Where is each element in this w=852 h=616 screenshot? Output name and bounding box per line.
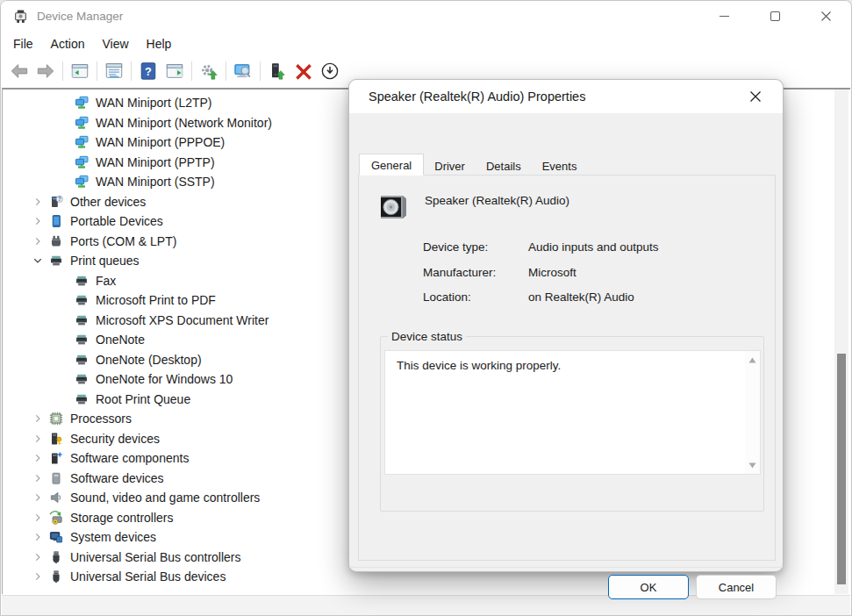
- speaker-properties-dialog: Speaker (Realtek(R) Audio) Properties Ge…: [348, 79, 784, 572]
- action-pane-icon: [165, 61, 184, 81]
- chevron-right-icon[interactable]: [32, 432, 49, 446]
- disable-device-button[interactable]: [317, 59, 343, 82]
- chevron-right-icon[interactable]: [32, 195, 49, 209]
- speaker-device-icon: [375, 188, 410, 223]
- chevron-down-icon[interactable]: [32, 254, 49, 268]
- close-button[interactable]: [800, 1, 851, 32]
- chevron-spacer: [57, 333, 75, 347]
- toolbar-separator: [226, 61, 226, 81]
- disable-device-icon: [320, 61, 340, 81]
- chevron-right-icon[interactable]: [32, 530, 49, 544]
- chevron-spacer: [57, 293, 75, 307]
- storage-icon: [49, 511, 64, 525]
- tab-details[interactable]: Details: [476, 156, 532, 175]
- action-pane-button[interactable]: [161, 59, 188, 82]
- tree-item-label: Security devices: [70, 432, 160, 446]
- chevron-right-icon[interactable]: [32, 412, 49, 426]
- tree-item-label: OneNote: [96, 333, 145, 347]
- sound-icon: [49, 491, 64, 505]
- tree-item-label: Microsoft Print to PDF: [96, 293, 216, 307]
- network-adapter-icon: [75, 175, 89, 189]
- minimize-button[interactable]: [698, 1, 749, 32]
- tree-item-label: Sound, video and game controllers: [70, 491, 260, 505]
- chevron-right-icon[interactable]: [32, 511, 49, 525]
- tree-item-label: WAN Miniport (Network Monitor): [96, 116, 272, 130]
- device-status-text: This device is working properly.: [397, 359, 737, 372]
- device-status-textarea[interactable]: This device is working properly.: [384, 350, 761, 475]
- help-button[interactable]: ?: [135, 59, 161, 82]
- menu-file[interactable]: File: [4, 34, 42, 54]
- show-console-tree-button[interactable]: [67, 59, 93, 82]
- chevron-right-icon[interactable]: [32, 451, 49, 465]
- chevron-spacer: [57, 392, 75, 406]
- chevron-spacer: [57, 313, 75, 327]
- printer-icon: [75, 353, 89, 367]
- forward-icon: [36, 61, 55, 81]
- maximize-button[interactable]: [749, 1, 800, 32]
- search-computer-icon: [233, 61, 253, 81]
- forward-button[interactable]: [32, 59, 59, 82]
- tab-driver[interactable]: Driver: [424, 156, 476, 175]
- tree-item-label: Print queues: [70, 254, 140, 268]
- device-status-groupbox: Device status This device is working pro…: [380, 330, 764, 512]
- search-computer-button[interactable]: [230, 59, 256, 82]
- toolbar-separator: [62, 61, 63, 81]
- chevron-spacer: [57, 274, 75, 288]
- title-bar: Device Manager: [1, 1, 851, 32]
- toolbar-separator: [191, 61, 192, 81]
- menu-help[interactable]: Help: [138, 34, 181, 54]
- chevron-right-icon[interactable]: [32, 214, 49, 228]
- tree-scrollbar[interactable]: [834, 90, 848, 594]
- chevron-right-icon[interactable]: [32, 491, 49, 505]
- software-component-icon: [49, 451, 64, 465]
- status-scrollbar[interactable]: [745, 351, 760, 474]
- device-name: Speaker (Realtek(R) Audio): [425, 194, 569, 207]
- tree-item-label: WAN Miniport (L2TP): [96, 96, 212, 110]
- tree-item-label: Universal Serial Bus devices: [70, 569, 226, 584]
- uninstall-device-button[interactable]: [290, 59, 317, 82]
- tree-scrollbar-thumb[interactable]: [837, 354, 846, 584]
- field-label: Manufacturer:: [423, 266, 528, 279]
- scroll-up-button[interactable]: [745, 353, 760, 367]
- tree-item-label: System devices: [70, 530, 156, 544]
- chevron-spacer: [57, 96, 75, 110]
- printer-icon: [75, 392, 89, 406]
- tree-item-label: Processors: [70, 412, 132, 426]
- menu-view[interactable]: View: [93, 34, 137, 54]
- chevron-right-icon[interactable]: [32, 550, 49, 564]
- dialog-close-button[interactable]: [742, 83, 769, 110]
- chevron-spacer: [57, 155, 75, 169]
- field-value: on Realtek(R) Audio: [528, 290, 634, 304]
- tree-item-label: Software components: [70, 451, 189, 465]
- update-driver-icon: [268, 61, 287, 81]
- window-title: Device Manager: [37, 10, 123, 23]
- tab-events[interactable]: Events: [532, 156, 588, 175]
- scan-hardware-button[interactable]: [196, 59, 222, 82]
- tree-item-label: WAN Miniport (PPPOE): [96, 135, 225, 149]
- scroll-up-icon: [748, 357, 756, 363]
- ok-button[interactable]: OK: [608, 575, 689, 599]
- tree-item-label: WAN Miniport (SSTP): [96, 175, 215, 189]
- button-row-separator: [349, 567, 783, 568]
- tree-item-label: Software devices: [70, 471, 164, 485]
- tree-item-label: WAN Miniport (PPTP): [96, 155, 215, 169]
- chevron-right-icon[interactable]: [32, 471, 49, 485]
- portable-device-icon: [49, 214, 64, 228]
- properties-button[interactable]: [101, 59, 127, 82]
- software-device-icon: [49, 471, 64, 485]
- toolbar-separator: [260, 61, 261, 81]
- help-icon: ?: [139, 61, 158, 81]
- processor-icon: [49, 412, 64, 426]
- svg-text:?: ?: [58, 196, 61, 202]
- back-button[interactable]: [6, 59, 32, 82]
- chevron-right-icon[interactable]: [32, 569, 49, 584]
- general-tab-page: Speaker (Realtek(R) Audio) Device type:A…: [358, 175, 776, 561]
- field-location: Location:on Realtek(R) Audio: [423, 290, 659, 316]
- menu-action[interactable]: Action: [42, 34, 94, 54]
- toolbar-separator: [131, 61, 132, 81]
- scroll-down-button[interactable]: [745, 458, 760, 472]
- cancel-button[interactable]: Cancel: [696, 575, 777, 599]
- update-driver-button[interactable]: [264, 59, 290, 82]
- chevron-right-icon[interactable]: [32, 234, 49, 248]
- tab-general[interactable]: General: [359, 154, 424, 175]
